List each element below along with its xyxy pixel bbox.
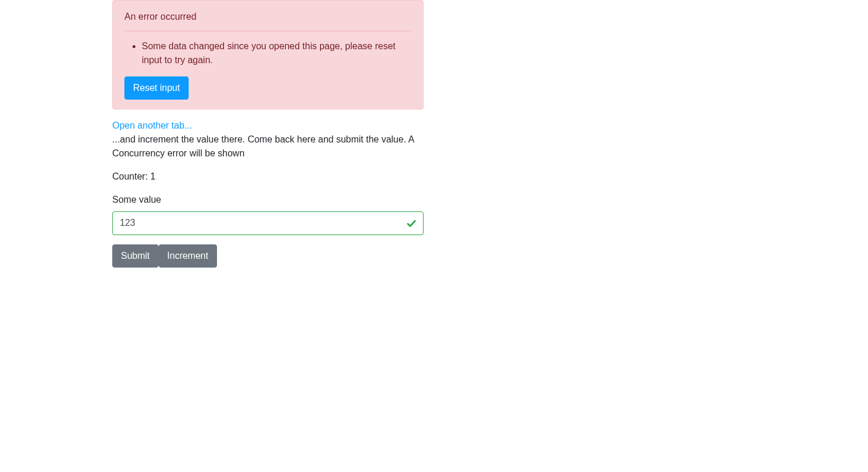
counter-label: Counter:: [112, 171, 150, 181]
increment-button[interactable]: Increment: [159, 244, 217, 268]
reset-input-button[interactable]: Reset input: [124, 76, 189, 100]
open-another-tab-link[interactable]: Open another tab...: [112, 120, 192, 130]
alert-title: An error occurred: [124, 10, 411, 24]
instructions-text: ...and increment the value there. Come b…: [112, 134, 414, 158]
some-value-input[interactable]: [112, 211, 424, 235]
counter-value: 1: [150, 171, 156, 181]
error-alert: An error occurred Some data changed sinc…: [112, 0, 424, 109]
submit-button[interactable]: Submit: [112, 244, 159, 268]
instructions-block: Open another tab... ...and increment the…: [112, 119, 424, 160]
counter-display: Counter: 1: [112, 170, 424, 184]
some-value-label: Some value: [112, 193, 424, 207]
alert-error-list: Some data changed since you opened this …: [124, 39, 411, 67]
alert-error-item: Some data changed since you opened this …: [142, 39, 411, 67]
alert-divider: [124, 31, 411, 31]
